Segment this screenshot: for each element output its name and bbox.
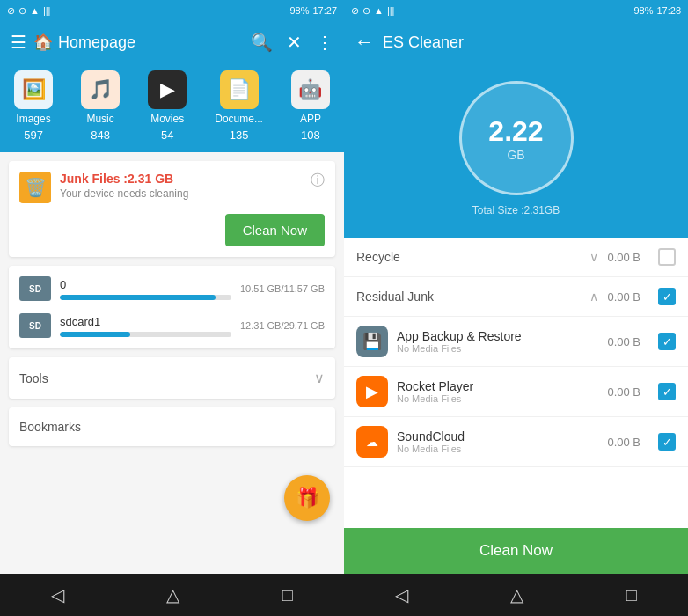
residual-junk-checkbox[interactable]: ✓	[658, 288, 676, 305]
menu-icon[interactable]: ☰	[11, 32, 26, 53]
storage-bar-fill-0	[60, 295, 216, 300]
residual-junk-row: Residual Junk ∧ 0.00 B ✓	[344, 277, 688, 317]
app-backup-sub: No Media Files	[397, 343, 598, 354]
left-status-bar: ⊘ ⊙ ▲ ||| 98% 17:27	[0, 0, 344, 21]
left-signal-bars: |||	[43, 5, 51, 16]
app-soundcloud-info: SoundCloud No Media Files	[397, 429, 598, 454]
app-backup-checkbox[interactable]: ✓	[658, 333, 676, 350]
tools-section[interactable]: Tools ∨	[9, 357, 335, 399]
storage-info-1: sdcard1	[60, 315, 231, 337]
cleaner-hero: 2.22 GB Total Size :2.31GB	[344, 63, 688, 238]
right-signal-bars: |||	[387, 5, 395, 16]
images-icon: 🖼️	[14, 70, 53, 109]
category-documents[interactable]: 📄 Docume... 135	[215, 70, 263, 142]
app-rocket-icon: ▶	[356, 376, 388, 407]
category-movies[interactable]: ▶ Movies 54	[148, 70, 187, 142]
movies-icon: ▶	[148, 70, 187, 109]
left-toolbar-title: 🏠 Homepage	[33, 33, 244, 52]
check-mark-backup-icon: ✓	[662, 335, 672, 348]
cleaner-list: Recycle ∨ 0.00 B Residual Junk ∧ 0.00 B …	[344, 238, 688, 528]
left-nav-bar: ◁ △ □	[0, 574, 344, 616]
storage-item-0: SD 0 10.51 GB/11.57 GB	[19, 276, 325, 301]
gift-icon: 🎁	[296, 487, 319, 510]
residual-junk-arrow[interactable]: ∧	[589, 290, 598, 304]
documents-icon: 📄	[220, 70, 259, 109]
storage-item-1: SD sdcard1 12.31 GB/29.71 GB	[19, 313, 325, 338]
residual-junk-label: Residual Junk	[356, 290, 577, 304]
app-rocket-sub: No Media Files	[397, 393, 598, 404]
check-mark-soundcloud-icon: ✓	[662, 436, 672, 449]
left-time: 17:27	[312, 5, 337, 16]
trash-icon: 🗑️	[19, 172, 51, 203]
left-panel: ⊘ ⊙ ▲ ||| 98% 17:27 ☰ 🏠 Homepage 🔍 ✕ ⋮ 🖼…	[0, 0, 344, 616]
app-backup-info: App Backup & Restore No Media Files	[397, 329, 598, 354]
nav-square-button-left[interactable]: □	[282, 585, 293, 605]
app-row-backup: 💾 App Backup & Restore No Media Files 0.…	[344, 317, 688, 367]
more-icon[interactable]: ⋮	[316, 32, 333, 53]
nav-home-button-left[interactable]: △	[166, 584, 179, 605]
circle-size-unit: GB	[507, 148, 524, 162]
app-backup-icon: 💾	[356, 326, 388, 357]
app-soundcloud-sub: No Media Files	[397, 444, 598, 454]
left-status-left: ⊘ ⊙ ▲ |||	[7, 5, 50, 17]
right-nav-bar: ◁ △ □	[344, 574, 688, 616]
junk-title: Junk Files :2.31 GB	[60, 172, 302, 186]
back-button[interactable]: ←	[355, 31, 374, 54]
storage-size-1: 12.31 GB/29.71 GB	[240, 320, 325, 331]
app-backup-name: App Backup & Restore	[397, 329, 598, 343]
nav-home-button-right[interactable]: △	[510, 584, 523, 605]
check-mark-rocket-icon: ✓	[662, 385, 672, 399]
app-rocket-info: Rocket Player No Media Files	[397, 379, 598, 404]
right-clock-icon: ⊙	[362, 5, 370, 17]
bookmarks-section[interactable]: Bookmarks	[9, 407, 335, 446]
recycle-checkbox[interactable]	[658, 248, 676, 266]
left-signal-icon: ⊘	[7, 5, 15, 17]
left-toolbar: ☰ 🏠 Homepage 🔍 ✕ ⋮	[0, 21, 344, 63]
size-circle: 2.22 GB	[459, 81, 574, 195]
app-backup-size: 0.00 B	[607, 335, 640, 348]
info-icon: ⓘ	[311, 172, 325, 190]
nav-back-button-left[interactable]: ◁	[51, 584, 64, 605]
search-icon[interactable]: 🔍	[251, 32, 273, 53]
junk-header: 🗑️ Junk Files :2.31 GB Your device needs…	[19, 172, 325, 203]
app-soundcloud-checkbox[interactable]: ✓	[658, 433, 676, 451]
app-soundcloud-name: SoundCloud	[397, 429, 598, 444]
storage-bar-bg-1	[60, 332, 231, 337]
right-signal-icon: ⊘	[351, 5, 359, 17]
category-music[interactable]: 🎵 Music 848	[81, 70, 120, 142]
recycle-size: 0.00 B	[607, 251, 640, 264]
category-app[interactable]: 🤖 APP 108	[291, 70, 330, 142]
left-wifi-icon: ▲	[30, 5, 40, 16]
app-rocket-checkbox[interactable]: ✓	[658, 383, 676, 400]
fab-button[interactable]: 🎁	[284, 475, 330, 521]
storage-card: SD 0 10.51 GB/11.57 GB SD sdcard1	[9, 266, 335, 348]
storage-bar-fill-1	[60, 332, 130, 337]
junk-subtitle: Your device needs cleaning	[60, 187, 302, 200]
sd-icon-0: SD	[19, 276, 51, 301]
right-status-right: 98% 17:28	[633, 5, 681, 16]
left-content-wrapper: 🗑️ Junk Files :2.31 GB Your device needs…	[0, 152, 344, 574]
clean-now-button-left[interactable]: Clean Now	[225, 214, 325, 246]
right-status-left: ⊘ ⊙ ▲ |||	[351, 5, 394, 17]
app-row-rocket: ▶ Rocket Player No Media Files 0.00 B ✓	[344, 367, 688, 417]
nav-square-button-right[interactable]: □	[626, 585, 637, 605]
recycle-arrow[interactable]: ∨	[589, 250, 598, 264]
close-icon[interactable]: ✕	[287, 32, 302, 53]
junk-info: Junk Files :2.31 GB Your device needs cl…	[60, 172, 302, 200]
chevron-down-icon: ∨	[314, 370, 325, 386]
left-clock-icon: ⊙	[18, 5, 26, 17]
music-icon: 🎵	[81, 70, 120, 109]
right-toolbar: ← ES Cleaner	[344, 21, 688, 63]
app-rocket-name: Rocket Player	[397, 379, 598, 393]
right-time: 17:28	[656, 5, 681, 16]
category-images[interactable]: 🖼️ Images 597	[14, 70, 53, 142]
storage-info-0: 0	[60, 278, 231, 300]
clean-now-button-right[interactable]: Clean Now	[344, 528, 688, 574]
nav-back-button-right[interactable]: ◁	[395, 584, 408, 605]
categories-bar: 🖼️ Images 597 🎵 Music 848 ▶ Movies 54 📄 …	[0, 63, 344, 152]
check-mark-icon: ✓	[662, 290, 672, 304]
circle-size-value: 2.22	[488, 115, 543, 148]
sd-icon-1: SD	[19, 313, 51, 338]
recycle-row: Recycle ∨ 0.00 B	[344, 238, 688, 277]
app-icon: 🤖	[291, 70, 330, 109]
